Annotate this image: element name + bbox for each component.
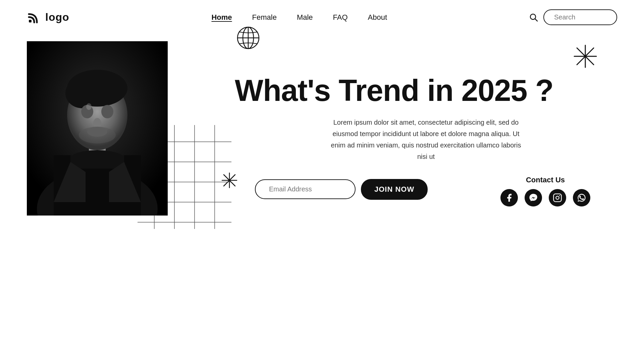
- messenger-icon: [529, 193, 538, 202]
- nav-link-about[interactable]: About: [368, 13, 387, 22]
- join-now-button[interactable]: JOIN NOW: [361, 179, 428, 200]
- svg-rect-9: [70, 155, 124, 169]
- facebook-icon: [504, 193, 514, 202]
- star-large-icon: [574, 45, 597, 68]
- messenger-icon-button[interactable]: [525, 189, 542, 206]
- nav-link-faq[interactable]: FAQ: [333, 13, 348, 22]
- right-section: What's Trend in 2025 ? Lorem ipsum dolor…: [215, 41, 617, 217]
- search-input[interactable]: [543, 9, 617, 25]
- contact-section: Contact Us: [500, 176, 590, 206]
- left-section: [27, 41, 215, 216]
- nav-right: [529, 9, 617, 25]
- nav-link-male[interactable]: Male: [297, 13, 313, 22]
- search-icon: [529, 13, 538, 22]
- svg-point-41: [556, 196, 559, 199]
- logo-icon: [27, 10, 42, 25]
- svg-point-12: [65, 78, 99, 108]
- whatsapp-icon-button[interactable]: [573, 189, 590, 206]
- contact-title: Contact Us: [526, 176, 565, 184]
- star-large-decoration: [574, 45, 597, 69]
- nav-links: Home Female Male FAQ About: [211, 13, 387, 22]
- facebook-icon-button[interactable]: [500, 189, 518, 206]
- nav-link-home[interactable]: Home: [211, 13, 232, 22]
- svg-point-14: [101, 105, 113, 118]
- hero-image: [27, 41, 168, 216]
- svg-rect-0: [29, 20, 32, 22]
- nav-link-female[interactable]: Female: [252, 13, 277, 22]
- svg-point-18: [86, 103, 92, 110]
- svg-point-17: [79, 127, 116, 143]
- main-content: What's Trend in 2025 ? Lorem ipsum dolor…: [0, 35, 644, 217]
- instagram-icon: [553, 193, 562, 202]
- instagram-icon-button[interactable]: [549, 189, 566, 206]
- navbar: logo Home Female Male FAQ About: [0, 0, 644, 35]
- hero-title: What's Trend in 2025 ?: [235, 75, 617, 107]
- person-illustration: [27, 41, 168, 216]
- hero-description: Lorem ipsum dolor sit amet, consectetur …: [329, 117, 523, 162]
- search-icon-button[interactable]: [529, 13, 538, 22]
- svg-line-2: [535, 19, 537, 21]
- svg-rect-40: [553, 194, 561, 201]
- logo[interactable]: logo: [27, 10, 69, 25]
- logo-text: logo: [45, 11, 69, 23]
- email-input[interactable]: [255, 179, 356, 199]
- svg-point-42: [559, 195, 560, 196]
- whatsapp-icon: [577, 193, 586, 202]
- social-icons-row: [500, 189, 590, 206]
